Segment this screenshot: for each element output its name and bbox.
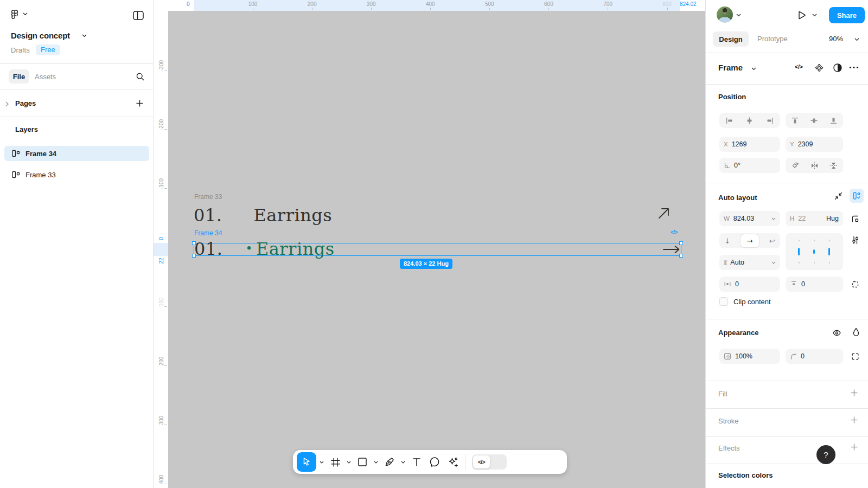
object-type-chevron-icon[interactable]	[751, 67, 756, 70]
y-position-field[interactable]: Y 2309	[786, 137, 843, 152]
align-vertical-center-icon[interactable]	[810, 117, 818, 125]
rotation-field[interactable]: 0°	[719, 158, 780, 173]
blend-drop-icon[interactable]	[850, 326, 862, 338]
frame33-canvas-label[interactable]: Frame 33	[194, 193, 222, 201]
breadcrumb[interactable]: Drafts	[11, 46, 30, 54]
frame34-dev-code-badge[interactable]: </>	[671, 229, 678, 235]
right-panel: Share Design Prototype 90% Frame </>	[705, 0, 868, 488]
search-icon[interactable]	[136, 72, 145, 81]
layer-row-frame-33[interactable]: Frame 33	[4, 167, 149, 182]
move-tool-chevron-icon[interactable]	[318, 452, 326, 472]
tab-design[interactable]: Design	[713, 31, 749, 47]
comment-tool-button[interactable]	[426, 452, 443, 472]
ruler-tick-label: 500	[485, 1, 494, 7]
horizontal-padding-field[interactable]: 0	[719, 277, 780, 292]
flip-horizontal-icon[interactable]	[810, 162, 819, 170]
avatar-chevron-icon[interactable]	[736, 14, 741, 17]
corner-radius-field[interactable]: 0	[786, 349, 843, 364]
clip-content-checkbox[interactable]	[719, 297, 728, 306]
h-sizing-mode[interactable]: Hug	[826, 215, 839, 222]
sidebar-collapse-icon[interactable]	[133, 11, 144, 20]
direction-vertical-icon[interactable]: ↓	[724, 237, 730, 245]
zoom-chevron-icon[interactable]	[854, 38, 859, 41]
file-menu-chevron-icon[interactable]	[23, 12, 28, 16]
pen-tool-button[interactable]	[381, 452, 398, 472]
individual-padding-icon[interactable]	[849, 278, 861, 290]
auto-layout-active-toggle[interactable]	[850, 189, 864, 203]
present-play-icon[interactable]	[796, 10, 807, 21]
tab-file[interactable]: File	[9, 69, 29, 84]
selection-handle-ne[interactable]	[679, 241, 683, 245]
collapse-auto-layout-icon[interactable]	[832, 190, 844, 202]
auto-layout-alignment-pad[interactable]	[786, 233, 843, 270]
add-fill-icon[interactable]	[850, 389, 859, 397]
align-top-icon[interactable]	[791, 117, 799, 125]
rotate-icon[interactable]	[791, 161, 800, 170]
opacity-field[interactable]: 100%	[719, 349, 780, 364]
ruler-tick-label: 600	[544, 1, 553, 7]
ruler-tick-label: -300	[158, 60, 164, 71]
align-right-icon[interactable]	[766, 117, 774, 125]
layer-row-frame-34[interactable]: Frame 34	[4, 146, 149, 161]
rectangle-tool-chevron-icon[interactable]	[372, 452, 380, 472]
width-field[interactable]: W 824.03	[719, 211, 780, 226]
canvas[interactable]: Frame 33 01.Earrings Frame 34 </> 01.•Ea…	[154, 0, 705, 488]
align-horizontal-center-icon[interactable]	[745, 117, 754, 125]
visibility-eye-icon[interactable]	[831, 327, 843, 339]
add-effect-icon[interactable]	[850, 443, 859, 452]
selected-object-type[interactable]: Frame	[718, 63, 743, 72]
ruler-tick-label: 300	[158, 416, 164, 425]
text-tool-button[interactable]	[409, 452, 425, 472]
mask-icon[interactable]	[833, 63, 843, 73]
frame33-arrow-ne-icon[interactable]	[657, 206, 671, 220]
tab-prototype[interactable]: Prototype	[757, 35, 788, 43]
pages-expand-chevron-icon[interactable]	[5, 101, 9, 107]
ruler-top-origin-label: 0	[187, 1, 190, 7]
height-field[interactable]: H 22 Hug	[786, 211, 843, 226]
figma-logo-icon[interactable]	[10, 9, 20, 20]
frame34-arrow-right-icon[interactable]	[662, 245, 680, 254]
pages-section-label[interactable]: Pages	[15, 99, 36, 107]
frame34-canvas-label[interactable]: Frame 34	[194, 229, 222, 237]
plan-badge[interactable]: Free	[36, 44, 60, 55]
resize-to-fit-icon[interactable]	[849, 213, 861, 224]
layout-settings-sliders-icon[interactable]	[849, 234, 861, 246]
tab-assets[interactable]: Assets	[35, 73, 56, 81]
clip-content-label[interactable]: Clip content	[733, 298, 771, 306]
gap-field[interactable]: )|( Auto	[719, 255, 780, 270]
actions-tool-button[interactable]	[444, 452, 461, 472]
selection-handle-se[interactable]	[679, 254, 683, 258]
width-chevron-icon[interactable]	[771, 217, 776, 220]
help-button[interactable]: ?	[816, 445, 835, 464]
frame-tool-button[interactable]	[327, 452, 343, 472]
expand-fullscreen-icon[interactable]	[849, 350, 861, 362]
file-title[interactable]: Design concept	[11, 31, 70, 40]
share-button[interactable]: Share	[829, 7, 865, 23]
direction-wrap-icon[interactable]: ↩	[769, 237, 775, 245]
flip-vertical-icon[interactable]	[829, 162, 838, 170]
divider	[0, 117, 153, 117]
add-stroke-icon[interactable]	[850, 416, 859, 425]
frame34-text-row[interactable]: 01.•Earrings	[194, 240, 335, 258]
zoom-level[interactable]: 90%	[829, 35, 843, 43]
x-position-field[interactable]: X 1269	[719, 137, 780, 152]
vertical-padding-field[interactable]: 0	[786, 277, 843, 292]
pen-tool-chevron-icon[interactable]	[399, 452, 407, 472]
frame33-text-row[interactable]: 01.Earrings	[194, 207, 332, 224]
code-icon[interactable]: </>	[795, 63, 802, 70]
present-chevron-icon[interactable]	[812, 14, 817, 17]
rectangle-tool-button[interactable]	[354, 452, 371, 472]
divider	[0, 63, 153, 64]
avatar[interactable]	[717, 7, 733, 23]
gap-chevron-icon[interactable]	[771, 261, 776, 264]
component-icon[interactable]	[815, 63, 824, 72]
align-bottom-icon[interactable]	[829, 117, 838, 125]
add-page-icon[interactable]	[136, 99, 144, 107]
file-title-chevron-icon[interactable]	[82, 34, 87, 37]
align-left-icon[interactable]	[725, 117, 733, 125]
more-options-icon[interactable]	[849, 66, 859, 69]
dev-mode-toggle[interactable]: </>	[472, 454, 507, 470]
frame-tool-chevron-icon[interactable]	[345, 452, 353, 472]
direction-horizontal-icon[interactable]: →	[741, 234, 759, 247]
move-tool-button[interactable]	[297, 452, 316, 472]
